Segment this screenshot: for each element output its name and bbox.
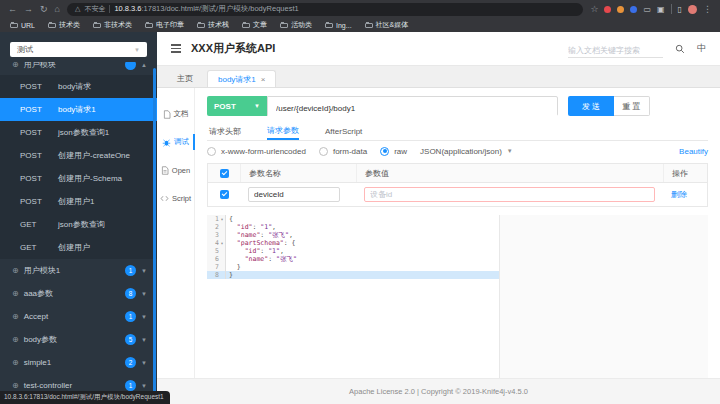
raw-content-type-select[interactable]: JSON(application/json) xyxy=(420,147,502,156)
bookmark-item[interactable]: 技术栈 xyxy=(197,20,229,30)
request-tabs: 请求头部 请求参数 AfterScript xyxy=(207,122,708,141)
chevron-down-icon: ▼ xyxy=(141,337,147,343)
param-name-input[interactable] xyxy=(248,187,340,202)
code-icon xyxy=(160,194,169,203)
count-badge: 1 xyxy=(125,311,136,322)
folder-icon xyxy=(10,23,18,28)
collapse-sidebar-icon[interactable] xyxy=(171,44,181,53)
sidebar-group[interactable]: ⊕simple12▼ xyxy=(0,351,157,374)
extensions-puzzle-icon[interactable]: ▣ xyxy=(657,5,665,14)
reset-button[interactable]: 重 置 xyxy=(614,96,650,116)
extension-icon-orange[interactable] xyxy=(617,6,624,13)
chevron-down-icon: ▼ xyxy=(141,314,147,320)
sidebar-group[interactable]: ⊕用户模块11▼ xyxy=(0,259,157,282)
tab-request-params[interactable]: 请求参数 xyxy=(267,122,299,140)
url-field[interactable]: △ 不安全 10.8.3.6:17813/doc.html#/测试/用户模块/b… xyxy=(67,3,583,16)
radio-form-data[interactable] xyxy=(319,147,328,156)
extension-icon-red[interactable] xyxy=(604,6,611,13)
count-badge xyxy=(125,62,136,70)
sidebar-scrollbar[interactable] xyxy=(153,68,156,404)
table-header: 参数名称 参数值 操作 xyxy=(208,164,707,183)
bookmark-item[interactable]: Ing... xyxy=(325,22,352,29)
sidebar-api-item[interactable]: POSTbody请求 xyxy=(0,75,157,98)
code-editor[interactable]: 1▾{2 "id": "1",3 "name": "张飞",4▾ "partSc… xyxy=(207,215,500,378)
delete-row-link[interactable]: 删除 xyxy=(671,189,687,200)
side-panel-icon[interactable]: ▯ xyxy=(678,5,682,14)
security-warning-icon: △ xyxy=(75,5,80,13)
profile-avatar[interactable] xyxy=(688,5,697,14)
tab-request-headers[interactable]: 请求头部 xyxy=(209,122,241,140)
tab-afterscript[interactable]: AfterScript xyxy=(325,122,362,140)
page-url: 10.8.3.6:17813/doc.html#/测试/用户模块/bodyReq… xyxy=(114,4,298,14)
folder-icon xyxy=(280,23,288,28)
bookmark-item[interactable]: 技术类 xyxy=(48,20,80,30)
sidebar-group[interactable]: ⊕Accept1▼ xyxy=(0,305,157,328)
request-url-input[interactable] xyxy=(268,100,557,118)
api-side-nav: 文档 调试 Open Script xyxy=(157,88,195,378)
group-select[interactable]: 测试 ▼ xyxy=(10,42,147,57)
send-button[interactable]: 发 送 xyxy=(568,96,614,116)
content-area: 文档 调试 Open Script xyxy=(157,88,720,378)
sidebar-api-item[interactable]: POST创建用户-Schema xyxy=(0,167,157,190)
bookmark-item[interactable]: 非技术类 xyxy=(93,20,132,30)
api-group-icon: ⊕ xyxy=(12,62,19,69)
search-icon[interactable] xyxy=(675,44,685,54)
doc-search: 中 xyxy=(568,39,706,58)
close-icon[interactable]: × xyxy=(261,75,266,84)
forward-icon[interactable]: → xyxy=(24,5,33,14)
bookmark-star-icon[interactable]: ☆ xyxy=(590,5,598,14)
browser-status-url: 10.8.3.6:17813/doc.html#/测试/用户模块/bodyReq… xyxy=(0,391,170,404)
reload-icon[interactable]: ↻ xyxy=(40,5,48,14)
body-type-row: x-www-form-urlencoded form-data raw JSON… xyxy=(207,142,708,160)
folder-icon xyxy=(242,23,250,28)
sidebar-api-item[interactable]: POST创建用户1 xyxy=(0,190,157,213)
chevron-up-icon: ▲ xyxy=(141,62,147,68)
api-group-icon: ⊕ xyxy=(12,381,19,390)
param-value-input[interactable] xyxy=(364,187,655,202)
menu-kebab-icon[interactable]: ⋮ xyxy=(703,5,712,14)
method-select[interactable]: POST ▼ xyxy=(207,96,267,116)
sidebar-api-item[interactable]: GET创建用户 xyxy=(0,236,157,259)
nav-item-script[interactable]: Script xyxy=(157,184,194,212)
bug-icon xyxy=(162,138,171,147)
clipped-group-header[interactable]: ⊕ 用户模块 ▲ xyxy=(0,62,157,75)
browser-chrome: ← → ↻ ⌂ △ 不安全 10.8.3.6:17813/doc.html#/测… xyxy=(0,0,720,32)
footer: Apache License 2.0 | Copyright © 2019-Kn… xyxy=(157,378,720,404)
select-all-checkbox[interactable] xyxy=(220,169,229,178)
divider xyxy=(671,4,672,14)
nav-item-debug[interactable]: 调试 xyxy=(157,128,194,156)
sidebar-api-item[interactable]: POST创建用户-createOne xyxy=(0,144,157,167)
radio-x-www-form-urlencoded[interactable] xyxy=(207,147,216,156)
count-badge: 5 xyxy=(125,334,136,345)
table-row: 删除 xyxy=(208,183,707,206)
back-icon[interactable]: ← xyxy=(8,5,17,14)
col-param-name: 参数名称 xyxy=(240,164,356,182)
nav-item-doc[interactable]: 文档 xyxy=(157,100,194,128)
cast-icon[interactable]: ▭ xyxy=(643,5,651,14)
sidebar-group[interactable]: ⊕aaa参数8▼ xyxy=(0,282,157,305)
app-header: XXX用户系统API 中 xyxy=(157,32,720,66)
main-panel: XXX用户系统API 中 主页 body请求1 × xyxy=(157,32,720,404)
api-group-icon: ⊕ xyxy=(12,312,19,321)
sidebar-api-item-active[interactable]: POSTbody请求1 xyxy=(0,98,157,121)
bookmark-item[interactable]: 社区&媒体 xyxy=(365,20,409,30)
nav-item-open[interactable]: Open xyxy=(157,156,194,184)
bookmark-item[interactable]: 活动类 xyxy=(280,20,312,30)
sidebar-api-item[interactable]: GETjson参数查询 xyxy=(0,213,157,236)
radio-raw[interactable] xyxy=(380,147,389,156)
bookmark-item[interactable]: 文章 xyxy=(242,20,267,30)
extension-icon-blue[interactable] xyxy=(630,6,637,13)
tab-home[interactable]: 主页 xyxy=(167,70,203,87)
sidebar-group[interactable]: ⊕body参数5▼ xyxy=(0,328,157,351)
search-input[interactable] xyxy=(568,44,663,57)
sidebar-api-item[interactable]: POSTjson参数查询1 xyxy=(0,121,157,144)
home-icon[interactable]: ⌂ xyxy=(55,5,60,14)
row-checkbox[interactable] xyxy=(220,190,229,199)
language-toggle[interactable]: 中 xyxy=(697,42,706,55)
bookmark-item[interactable]: URL xyxy=(10,22,35,29)
security-label[interactable]: 不安全 xyxy=(84,4,105,14)
tab-active-api[interactable]: body请求1 × xyxy=(207,70,276,87)
chevron-down-icon: ▼ xyxy=(141,383,147,389)
bookmark-item[interactable]: 电子印章 xyxy=(145,20,184,30)
beautify-link[interactable]: Beautify xyxy=(679,147,708,156)
